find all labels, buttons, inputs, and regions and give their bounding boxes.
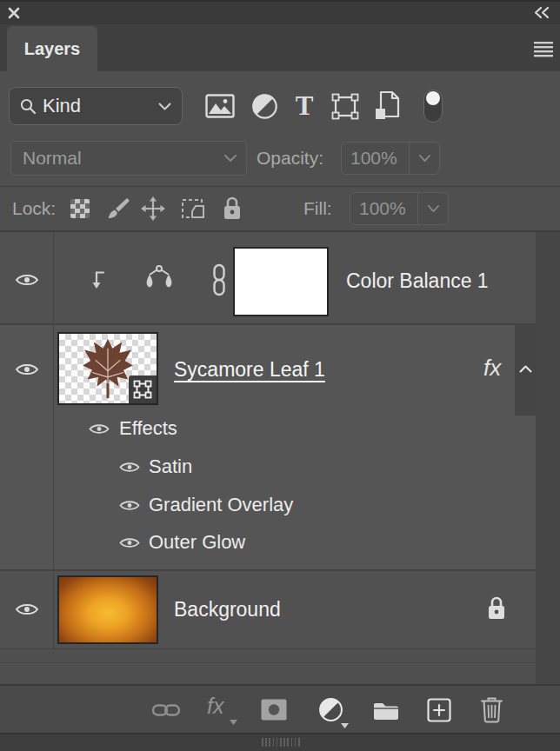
fx-collapse-chevron-up-icon[interactable]	[518, 364, 532, 373]
lock-transparency-icon[interactable]	[70, 199, 90, 218]
smart-object-badge	[129, 376, 157, 403]
type-filter-glyph: T	[296, 90, 314, 122]
layer-fx-badge[interactable]: fx	[483, 355, 501, 382]
fill-field[interactable]: 100%	[350, 192, 449, 225]
chevron-down-icon	[224, 155, 237, 162]
layers-panel: Layers Kind	[0, 0, 560, 751]
row-divider	[0, 662, 536, 663]
effect-item[interactable]: Gradient Overlay	[149, 494, 293, 516]
effect-item[interactable]: Outer Glow	[149, 531, 245, 554]
kind-filter-dropdown[interactable]: Kind	[9, 87, 183, 125]
scrollbar-track[interactable]	[536, 232, 560, 685]
adjustment-mask-thumbnail[interactable]	[233, 247, 329, 316]
kind-filter-label: Kind	[43, 95, 81, 117]
shape-layer-filter-icon[interactable]	[331, 93, 359, 120]
divider	[0, 186, 560, 187]
add-layer-mask-icon[interactable]	[261, 699, 287, 721]
smart-object-filter-icon[interactable]	[374, 90, 400, 121]
visibility-eye-icon[interactable]	[15, 601, 39, 617]
clipping-mask-arrow-icon	[92, 270, 106, 290]
mask-link-icon[interactable]	[211, 263, 227, 296]
effect-visibility-eye-icon[interactable]	[119, 499, 140, 512]
panel-titlebar	[0, 0, 560, 24]
fill-dropdown-chevron[interactable]	[417, 193, 448, 224]
layer-thumbnail-background[interactable]	[57, 575, 158, 644]
visibility-eye-icon[interactable]	[15, 272, 39, 288]
tab-layers-label: Layers	[24, 39, 81, 59]
panel-menu-icon[interactable]	[532, 40, 555, 57]
link-layers-icon[interactable]	[151, 701, 181, 720]
effect-item[interactable]: Satin	[149, 455, 192, 478]
fx-label: fx	[207, 694, 223, 718]
layer-lock-icon[interactable]	[486, 595, 507, 621]
delete-layer-trash-icon[interactable]	[480, 696, 503, 723]
new-group-folder-icon[interactable]	[372, 700, 400, 721]
new-layer-icon[interactable]	[427, 698, 451, 722]
fill-value[interactable]: 100%	[350, 193, 417, 224]
effects-visibility-eye-icon[interactable]	[89, 422, 110, 435]
opacity-value[interactable]: 100%	[342, 143, 409, 174]
close-icon[interactable]	[7, 6, 21, 20]
blend-mode-select[interactable]: Normal	[10, 141, 247, 176]
opacity-field[interactable]: 100%	[341, 142, 440, 175]
layer-thumbnail-sycamore[interactable]	[57, 332, 158, 405]
lock-all-icon[interactable]	[222, 196, 243, 222]
lock-label: Lock:	[12, 189, 56, 229]
lock-position-icon[interactable]	[141, 196, 165, 221]
layer-name[interactable]: Sycamore Leaf 1	[174, 358, 325, 382]
collapse-panel-icon[interactable]	[532, 6, 551, 19]
lock-artboard-icon[interactable]	[180, 197, 206, 221]
type-layer-filter-icon[interactable]: T	[292, 90, 317, 122]
filter-toggle[interactable]	[423, 90, 443, 123]
layer-name[interactable]: Color Balance 1	[346, 269, 489, 293]
resize-grip-handle[interactable]	[262, 738, 302, 747]
effect-visibility-eye-icon[interactable]	[119, 536, 140, 549]
tab-layers[interactable]: Layers	[7, 26, 97, 71]
eye-column-divider	[53, 232, 54, 649]
opacity-label: Opacity:	[257, 141, 323, 176]
lock-paint-icon[interactable]	[106, 196, 130, 221]
fill-label: Fill:	[303, 189, 332, 229]
effects-header[interactable]: Effects	[119, 417, 177, 440]
add-layer-style-icon[interactable]: fx	[207, 694, 238, 725]
sycamore-leaf-image	[80, 337, 136, 400]
adjustment-layer-filter-icon[interactable]	[251, 93, 278, 120]
effect-visibility-eye-icon[interactable]	[119, 461, 140, 474]
pixel-layer-filter-icon[interactable]	[205, 94, 235, 118]
row-divider	[0, 648, 536, 649]
visibility-eye-icon[interactable]	[15, 362, 39, 377]
opacity-dropdown-chevron[interactable]	[409, 143, 439, 174]
search-icon	[20, 98, 37, 115]
blend-mode-value: Normal	[23, 148, 82, 169]
filter-toggle-knob	[426, 91, 440, 105]
color-balance-scales-icon	[143, 264, 175, 296]
layer-name[interactable]: Background	[174, 598, 281, 621]
add-adjustment-layer-icon[interactable]	[318, 697, 343, 722]
chevron-down-icon	[158, 103, 171, 110]
